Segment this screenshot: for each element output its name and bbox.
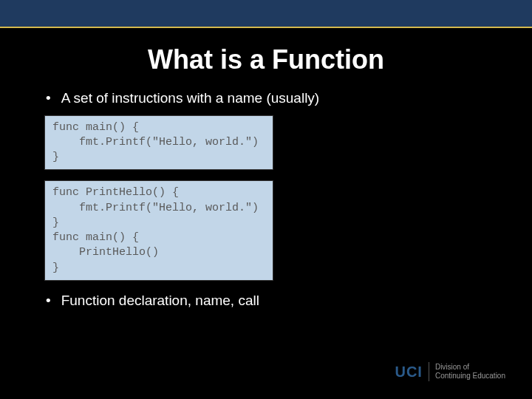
bullet-dot: • bbox=[46, 89, 51, 108]
header-bar bbox=[0, 0, 532, 28]
bullet-dot: • bbox=[46, 291, 51, 310]
tagline-line2: Continuing Education bbox=[435, 372, 505, 381]
slide-content: • A set of instructions with a name (usu… bbox=[0, 89, 532, 310]
code-block-1: func main() { fmt.Printf("Hello, world."… bbox=[44, 115, 273, 171]
bullet-text: Function declaration, name, call bbox=[61, 291, 259, 310]
bullet-item: • Function declaration, name, call bbox=[44, 291, 495, 310]
code-block-2: func PrintHello() { fmt.Printf("Hello, w… bbox=[44, 180, 273, 281]
logo-tagline: Division of Continuing Education bbox=[435, 363, 505, 381]
logo-brand: UCI bbox=[395, 364, 422, 381]
footer-logo: UCI Division of Continuing Education bbox=[395, 362, 505, 381]
bullet-text: A set of instructions with a name (usual… bbox=[61, 89, 320, 108]
logo-divider bbox=[429, 362, 429, 381]
bullet-item: • A set of instructions with a name (usu… bbox=[44, 89, 495, 108]
slide-title: What is a Function bbox=[0, 44, 532, 75]
tagline-line1: Division of bbox=[435, 363, 505, 372]
